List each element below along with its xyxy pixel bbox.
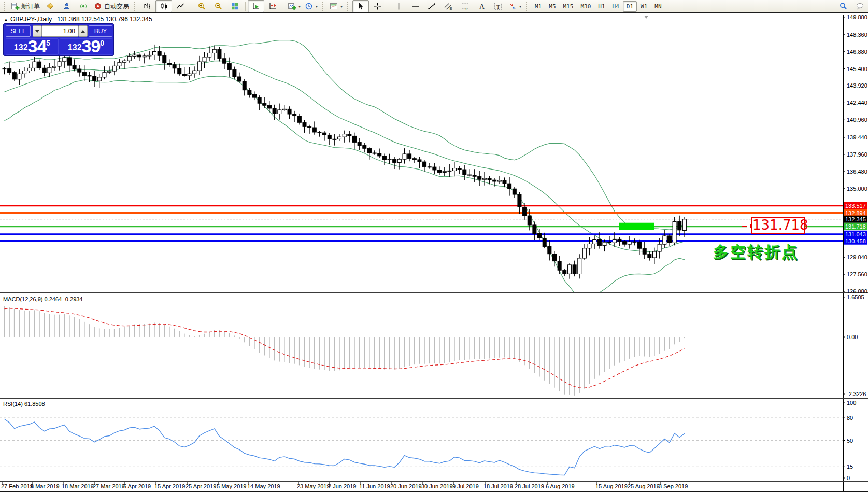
- candle-chart-button[interactable]: [155, 0, 172, 12]
- auto-trading-button[interactable]: 自动交易: [92, 0, 131, 12]
- timeframe-d1-button[interactable]: D1: [623, 1, 637, 12]
- buy-price-button[interactable]: 132390: [60, 38, 112, 55]
- tile-windows-button[interactable]: [226, 0, 243, 12]
- pane-divider[interactable]: [0, 398, 868, 399]
- buy-button[interactable]: BUY: [89, 25, 112, 37]
- timeframe-m30-button[interactable]: M30: [577, 1, 594, 12]
- crosshair-button[interactable]: [369, 0, 386, 12]
- timeframe-m15-button[interactable]: M15: [560, 1, 577, 12]
- candle: [178, 68, 181, 74]
- sell-button[interactable]: SELL: [6, 25, 31, 37]
- macd-histogram-bar: [659, 337, 660, 354]
- timeframe-m5-button[interactable]: M5: [545, 1, 559, 12]
- timeframe-w1-button[interactable]: W1: [637, 1, 651, 12]
- sell-price-button[interactable]: 132345: [6, 38, 59, 55]
- candle: [33, 62, 36, 68]
- line-chart-button[interactable]: [172, 0, 189, 12]
- horizontal-line-button[interactable]: [407, 0, 423, 12]
- time-axis-label[interactable]: 25 Aug 2019: [628, 483, 660, 489]
- macd-histogram-bar: [339, 337, 340, 370]
- market-watch-button[interactable]: [42, 0, 59, 12]
- volume-decrease-button[interactable]: [33, 25, 42, 37]
- time-axis-label[interactable]: 14 May 2019: [247, 483, 280, 489]
- zoom-out-button[interactable]: [210, 0, 226, 12]
- time-axis-label[interactable]: 5 Apr 2019: [123, 483, 151, 489]
- periods-icon: [305, 2, 314, 10]
- time-axis-label[interactable]: 5 May 2019: [217, 483, 246, 489]
- data-window-button[interactable]: [59, 0, 75, 12]
- time-axis-label[interactable]: 3 Sep 2019: [659, 483, 688, 489]
- time-axis-label[interactable]: 8 Mar 2019: [31, 483, 60, 489]
- time-axis-label[interactable]: 6 Aug 2019: [546, 483, 575, 489]
- text-button[interactable]: A: [473, 0, 490, 12]
- cursor-button[interactable]: [352, 0, 369, 12]
- candle: [543, 238, 546, 246]
- fibonacci-button[interactable]: F: [457, 0, 473, 12]
- one-click-collapse-icon[interactable]: ▲: [4, 17, 8, 22]
- symbol-period-label: GBPJPY-,Daily: [10, 16, 52, 23]
- candle: [267, 105, 271, 108]
- time-axis-label[interactable]: 18 Mar 2019: [62, 483, 94, 489]
- line-chart-icon: [176, 2, 185, 10]
- time-axis-label[interactable]: 15 Apr 2019: [154, 483, 185, 489]
- equidistant-channel-button[interactable]: E: [440, 0, 457, 12]
- vertical-line-button[interactable]: [390, 0, 407, 12]
- timeframe-h1-button[interactable]: H1: [594, 1, 608, 12]
- time-axis-label[interactable]: 15 Aug 2019: [595, 483, 628, 489]
- macd-histogram-bar: [289, 337, 290, 363]
- chat-button[interactable]: [851, 0, 868, 12]
- volume-input[interactable]: [42, 25, 78, 37]
- time-axis-label[interactable]: 9 Jul 2019: [452, 483, 479, 489]
- price-callout-box[interactable]: 131.718: [751, 217, 805, 234]
- text-label-button[interactable]: T: [490, 0, 506, 12]
- search-button[interactable]: [835, 0, 851, 12]
- highlight-trend-segment[interactable]: [619, 223, 654, 230]
- time-axis-label[interactable]: 20 Jun 2019: [390, 483, 422, 489]
- indicators-button[interactable]: ▾: [286, 0, 303, 12]
- periods-button[interactable]: ▾: [303, 0, 320, 12]
- time-axis-label[interactable]: 27 Mar 2019: [93, 483, 125, 489]
- timeframe-m1-button[interactable]: M1: [531, 1, 545, 12]
- time-axis-label[interactable]: 30 Jun 2019: [421, 483, 453, 489]
- time-axis-label[interactable]: 25 Apr 2019: [186, 483, 216, 489]
- candle: [673, 221, 676, 243]
- time-axis-label[interactable]: 28 Jul 2019: [515, 483, 544, 489]
- macd-histogram-bar: [544, 337, 545, 381]
- candle: [282, 109, 286, 110]
- macd-histogram-bar: [644, 337, 645, 356]
- trend-line-button[interactable]: [423, 0, 440, 12]
- macd-histogram-bar: [304, 337, 305, 367]
- pane-divider[interactable]: [0, 294, 868, 294]
- candle: [193, 71, 196, 74]
- macd-histogram-bar: [79, 319, 80, 337]
- new-order-button[interactable]: 新订单: [9, 0, 42, 12]
- time-axis-label[interactable]: 27 Feb 2019: [1, 483, 33, 489]
- time-axis-label[interactable]: 18 Jul 2019: [483, 483, 513, 489]
- signals-button[interactable]: [75, 0, 92, 12]
- macd-histogram-bar: [679, 337, 680, 342]
- time-axis-label[interactable]: 2 Jun 2019: [328, 483, 356, 489]
- time-axis-label[interactable]: 11 Jun 2019: [359, 483, 390, 489]
- macd-histogram-bar: [254, 337, 255, 349]
- timeframe-h4-button[interactable]: H4: [609, 1, 623, 12]
- time-axis-label[interactable]: 23 May 2019: [297, 483, 330, 489]
- candle: [153, 52, 156, 55]
- chart-shift-button[interactable]: [264, 0, 281, 12]
- candle: [42, 68, 46, 73]
- auto-scroll-button[interactable]: [248, 0, 264, 12]
- turning-point-annotation[interactable]: 多空转折点: [713, 242, 799, 263]
- candle: [613, 239, 616, 243]
- pane-divider[interactable]: [0, 397, 868, 397]
- macd-histogram-bar: [584, 337, 585, 389]
- candle: [167, 63, 171, 65]
- pane-divider[interactable]: [0, 292, 868, 293]
- timeframe-mn-button[interactable]: MN: [651, 1, 665, 12]
- bar-chart-button[interactable]: [139, 0, 155, 12]
- macd-histogram-bar: [604, 337, 605, 372]
- zoom-in-button[interactable]: [193, 0, 210, 12]
- volume-increase-button[interactable]: [78, 25, 88, 37]
- candle: [493, 180, 496, 181]
- templates-button[interactable]: ▾: [328, 0, 345, 12]
- toolbar-separator: [191, 2, 191, 11]
- arrows-button[interactable]: ▾: [506, 0, 523, 12]
